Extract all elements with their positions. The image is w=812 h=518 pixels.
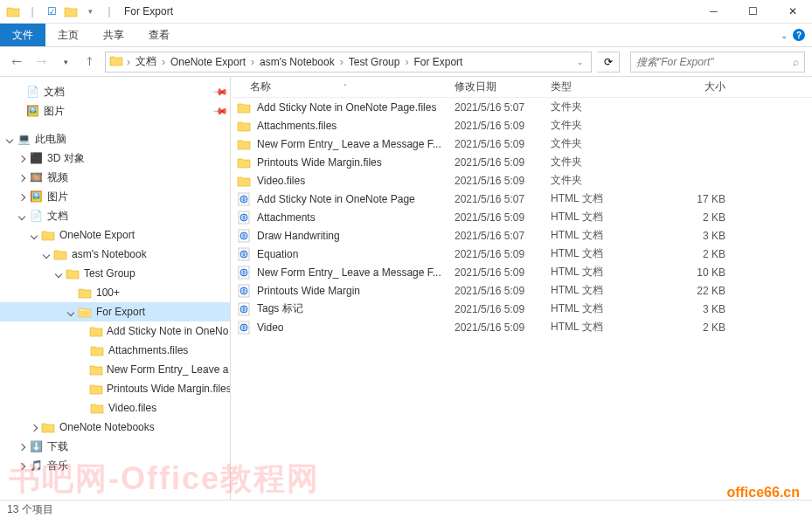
file-type: HTML 文档 (551, 265, 656, 280)
file-type: HTML 文档 (551, 191, 656, 206)
file-row[interactable]: Tags 标记2021/5/16 5:09HTML 文档3 KB (231, 300, 812, 318)
properties-icon[interactable]: ☑ (44, 3, 59, 19)
collapse-icon[interactable] (28, 231, 40, 240)
expand-icon[interactable] (16, 154, 28, 163)
search-input[interactable] (636, 56, 793, 68)
tree-item-pictures[interactable]: 🖼️ 图片 📌 (0, 101, 230, 121)
breadcrumb-item[interactable]: asm's Notebook (256, 56, 338, 68)
tree-item-subfolder[interactable]: Add Sticky Note in OneNo (0, 321, 230, 341)
file-list[interactable]: Add Sticky Note in OneNote Page.files202… (231, 98, 812, 500)
tree-item-subfolder[interactable]: Video.files (0, 398, 230, 418)
file-date: 2021/5/16 5:09 (455, 266, 551, 279)
folder-icon (236, 137, 252, 151)
collapse-icon[interactable] (16, 211, 28, 221)
breadcrumb[interactable]: › 文档 › OneNote Export › asm's Notebook ›… (105, 52, 592, 73)
forward-button[interactable]: 🡒 (31, 52, 51, 72)
column-name[interactable]: 名称 ˆ (231, 79, 455, 94)
qat-dropdown-icon[interactable]: ▾ (82, 3, 98, 19)
ribbon-tabs: 文件 主页 共享 查看 ⌄ ? (0, 24, 812, 47)
tab-file[interactable]: 文件 (0, 24, 45, 46)
breadcrumb-separator[interactable]: › (403, 56, 410, 68)
tree-item-forexport[interactable]: For Export (0, 302, 230, 321)
file-row[interactable]: Printouts Wide Margin2021/5/16 5:09HTML … (231, 281, 812, 300)
help-icon[interactable]: ? (793, 29, 805, 41)
tree-item-downloads[interactable]: ⬇️ 下载 (0, 437, 230, 456)
column-date[interactable]: 修改日期 (455, 79, 551, 94)
tree-item-subfolder[interactable]: Attachments.files (0, 341, 230, 360)
collapse-icon[interactable] (40, 250, 52, 259)
file-row[interactable]: Draw Handwriting2021/5/16 5:07HTML 文档3 K… (231, 226, 812, 245)
tree-item-onenote-notebooks[interactable]: OneNote Notebooks (0, 418, 230, 437)
tree-item-videos[interactable]: 🎞️ 视频 (0, 168, 230, 187)
tree-item-pictures[interactable]: 🖼️ 图片 (0, 187, 230, 206)
breadcrumb-item[interactable]: For Export (410, 56, 466, 68)
tree-label: Add Sticky Note in OneNo (107, 325, 228, 337)
search-box[interactable]: ⌕ (630, 52, 805, 73)
tree-item-notebook[interactable]: asm's Notebook (0, 245, 230, 264)
collapse-icon[interactable] (65, 307, 77, 317)
file-row[interactable]: Attachments2021/5/16 5:09HTML 文档2 KB (231, 208, 812, 226)
expand-icon[interactable] (16, 173, 28, 183)
collapse-icon[interactable] (52, 269, 65, 279)
tree-item-subfolder[interactable]: Printouts Wide Margin.files (0, 379, 230, 398)
file-type: 文件夹 (551, 100, 656, 114)
tree-item-subfolder[interactable]: New Form Entry_ Leave a M (0, 360, 230, 379)
breadcrumb-separator[interactable]: › (338, 56, 345, 68)
tree-item-3d[interactable]: ⬛ 3D 对象 (0, 148, 230, 168)
search-icon[interactable]: ⌕ (793, 56, 799, 68)
file-row[interactable]: Printouts Wide Margin.files2021/5/16 5:0… (231, 153, 812, 171)
pin-icon[interactable]: 📌 (212, 83, 228, 100)
breadcrumb-dropdown-icon[interactable]: ⌄ (573, 58, 587, 66)
file-row[interactable]: Add Sticky Note in OneNote Page2021/5/16… (231, 190, 812, 208)
html-file-icon (236, 247, 252, 261)
tree-item-onenote-export[interactable]: OneNote Export (0, 225, 230, 245)
expand-icon[interactable] (16, 442, 28, 452)
up-button[interactable]: 🡑 (80, 52, 100, 72)
file-row[interactable]: Video2021/5/16 5:09HTML 文档2 KB (231, 318, 812, 336)
file-type: HTML 文档 (551, 228, 656, 243)
folder-icon[interactable] (63, 3, 79, 19)
breadcrumb-separator[interactable]: › (249, 56, 256, 68)
navigation-tree[interactable]: 📄 文档 📌 🖼️ 图片 📌 💻 此电脑 ⬛ 3D 对象 🎞️ 视频 🖼️ (0, 77, 231, 500)
breadcrumb-separator[interactable]: › (160, 56, 167, 68)
file-name: New Form Entry_ Leave a Message F... (257, 138, 455, 150)
file-name: Add Sticky Note in OneNote Page (257, 193, 455, 205)
breadcrumb-separator[interactable]: › (125, 56, 132, 68)
tree-item-100[interactable]: 100+ (0, 283, 230, 302)
tree-item-documents[interactable]: 📄 文档 📌 (0, 82, 230, 101)
folder-icon (89, 342, 105, 358)
recent-dropdown[interactable]: ▾ (56, 52, 75, 72)
breadcrumb-item[interactable]: 文档 (132, 54, 160, 69)
file-row[interactable]: New Form Entry_ Leave a Message F...2021… (231, 135, 812, 153)
minimize-button[interactable]: ─ (694, 0, 733, 24)
back-button[interactable]: 🡐 (7, 52, 26, 72)
tab-view[interactable]: 查看 (136, 24, 182, 46)
column-size[interactable]: 大小 (656, 79, 734, 94)
expand-icon[interactable] (28, 423, 40, 432)
tab-home[interactable]: 主页 (45, 24, 91, 46)
expand-icon[interactable] (16, 192, 28, 202)
statusbar: 13 个项目 (0, 500, 812, 518)
expand-icon[interactable] (3, 135, 16, 144)
close-button[interactable]: ✕ (773, 0, 812, 24)
titlebar: | ☑ ▾ | For Export ─ ☐ ✕ (0, 0, 812, 24)
refresh-button[interactable]: ⟳ (597, 52, 620, 73)
file-date: 2021/5/16 5:09 (455, 248, 551, 260)
maximize-button[interactable]: ☐ (733, 0, 773, 24)
file-row[interactable]: New Form Entry_ Leave a Message F...2021… (231, 263, 812, 281)
column-type[interactable]: 类型 (551, 79, 656, 94)
breadcrumb-item[interactable]: Test Group (345, 56, 404, 68)
file-row[interactable]: Attachments.files2021/5/16 5:09文件夹 (231, 116, 812, 135)
file-row[interactable]: Video.files2021/5/16 5:09文件夹 (231, 171, 812, 190)
tree-item-testgroup[interactable]: Test Group (0, 264, 230, 283)
tree-item-this-pc[interactable]: 💻 此电脑 (0, 129, 230, 148)
breadcrumb-item[interactable]: OneNote Export (167, 56, 249, 68)
tree-label: 下载 (47, 439, 68, 454)
file-row[interactable]: Add Sticky Note in OneNote Page.files202… (231, 98, 812, 116)
pin-icon[interactable]: 📌 (212, 102, 228, 119)
ribbon-expand-icon[interactable]: ⌄ (781, 31, 788, 40)
file-row[interactable]: Equation2021/5/16 5:09HTML 文档2 KB (231, 245, 812, 263)
file-type: HTML 文档 (551, 246, 656, 261)
tree-item-documents[interactable]: 📄 文档 (0, 206, 230, 225)
tab-share[interactable]: 共享 (91, 24, 136, 46)
